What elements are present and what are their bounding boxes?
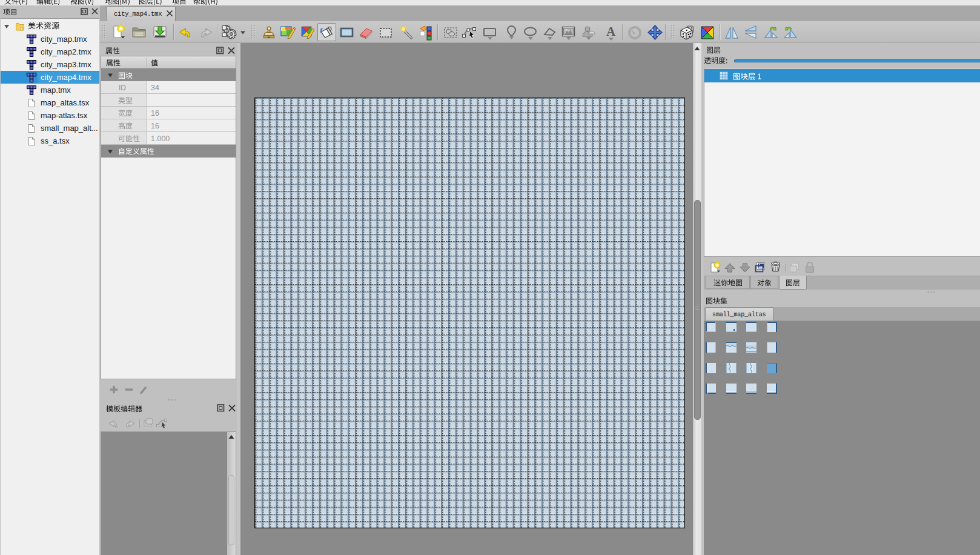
svg-text:A: A [606, 25, 616, 39]
